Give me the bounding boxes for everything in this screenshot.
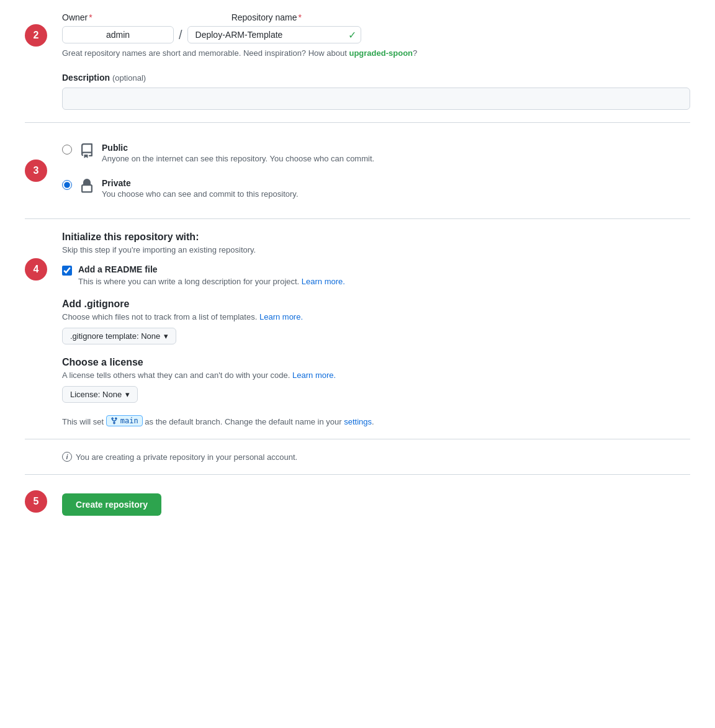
gitignore-section: Add .gitignore Choose which files not to…: [25, 299, 690, 344]
private-label: Private: [102, 178, 299, 188]
settings-link[interactable]: settings: [344, 417, 372, 426]
divider-4: [25, 474, 690, 475]
readme-desc: This is where you can write a long descr…: [78, 277, 345, 286]
public-label: Public: [102, 143, 374, 153]
public-repo-icon: [79, 143, 94, 162]
chevron-down-icon-license: ▾: [125, 390, 130, 399]
chevron-down-icon: ▾: [164, 331, 168, 341]
owner-input[interactable]: [62, 26, 174, 43]
license-section: Choose a license A license tells others …: [25, 357, 690, 403]
info-icon: i: [62, 452, 72, 462]
step-5-badge: 5: [25, 490, 47, 513]
repo-valid-checkmark: ✓: [348, 29, 356, 41]
repo-label: Repository name*: [232, 12, 302, 22]
initialize-section: Initialize this repository with: Skip th…: [25, 231, 690, 254]
branch-info: This will set main as the default branch…: [25, 415, 690, 426]
init-title: Initialize this repository with:: [62, 231, 690, 243]
suggestion-link[interactable]: upgraded-spoon: [349, 48, 413, 58]
optional-label: (optional): [112, 73, 146, 83]
step-3-badge: 3: [25, 160, 47, 182]
license-title: Choose a license: [62, 357, 690, 368]
private-repo-icon: [79, 179, 94, 197]
description-label: Description (optional): [62, 73, 690, 83]
readme-learn-more-link[interactable]: Learn more.: [302, 277, 345, 286]
private-radio[interactable]: [62, 180, 72, 190]
branch-badge: main: [106, 415, 143, 426]
readme-title: Add a README file: [78, 264, 345, 274]
private-notice: i You are creating a private repository …: [25, 452, 690, 462]
description-input[interactable]: [62, 88, 690, 110]
repo-required-star: *: [299, 12, 302, 22]
public-radio[interactable]: [62, 145, 72, 155]
license-desc: A license tells others what they can and…: [62, 371, 690, 380]
init-subtitle: Skip this step if you're importing an ex…: [62, 245, 690, 254]
readme-checkbox[interactable]: [62, 266, 72, 276]
gitignore-desc: Choose which files not to track from a l…: [62, 312, 690, 321]
step-2-badge: 2: [25, 24, 47, 47]
owner-label: Owner*: [62, 12, 92, 22]
gitignore-title: Add .gitignore: [62, 299, 690, 310]
create-repository-button[interactable]: Create repository: [62, 493, 161, 516]
visibility-public-option[interactable]: Public Anyone on the internet can see th…: [62, 135, 690, 171]
license-learn-more-link[interactable]: Learn more.: [292, 371, 336, 380]
slash-separator: /: [179, 28, 182, 42]
owner-required-star: *: [89, 12, 92, 22]
visibility-private-option[interactable]: Private You choose who can see and commi…: [62, 171, 690, 206]
repo-name-input[interactable]: [187, 26, 361, 43]
gitignore-dropdown[interactable]: .gitignore template: None ▾: [62, 328, 176, 344]
divider-2: [25, 218, 690, 219]
public-desc: Anyone on the internet can see this repo…: [102, 154, 374, 163]
step-4-badge: 4: [25, 258, 47, 281]
gitignore-learn-more-link[interactable]: Learn more.: [259, 312, 303, 321]
divider-1: [25, 122, 690, 123]
license-dropdown[interactable]: License: None ▾: [62, 386, 138, 403]
suggestion-text: Great repository names are short and mem…: [62, 48, 690, 58]
private-desc: You choose who can see and commit to thi…: [102, 189, 299, 199]
divider-3: [25, 439, 690, 439]
